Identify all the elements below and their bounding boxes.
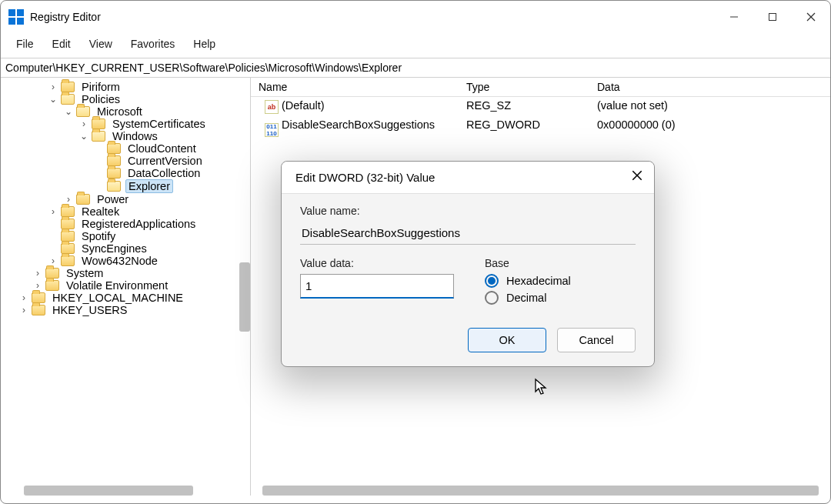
tree-item-policies[interactable]: ⌄Policies	[2, 93, 250, 105]
chevron-right-icon[interactable]: ›	[47, 206, 59, 217]
ok-button[interactable]: OK	[468, 328, 546, 352]
app-title: Registry Editor	[30, 11, 101, 23]
chevron-right-icon[interactable]: ›	[18, 305, 30, 315]
tree-item-systemcertificates[interactable]: ›SystemCertificates	[2, 118, 250, 130]
list-header: Name Type Data	[251, 78, 830, 97]
col-header-data[interactable]: Data	[597, 81, 830, 93]
radio-decimal[interactable]: Decimal	[485, 291, 571, 305]
tree-item-hku[interactable]: ›HKEY_USERS	[2, 304, 250, 316]
tree-pane: ›Piriform ⌄Policies ⌄Microsoft ›SystemCe…	[1, 78, 251, 496]
svg-rect-1	[769, 14, 776, 21]
menu-view[interactable]: View	[82, 36, 120, 52]
folder-icon	[61, 94, 75, 105]
chevron-right-icon[interactable]: ›	[32, 280, 44, 291]
folder-icon	[92, 118, 105, 129]
menu-file[interactable]: File	[8, 36, 42, 52]
list-row-default[interactable]: ab(Default) REG_SZ (value not set)	[251, 97, 830, 116]
tree-item-spotify[interactable]: ·Spotify	[2, 230, 250, 242]
tree-item-microsoft[interactable]: ⌄Microsoft	[2, 105, 250, 118]
maximize-button[interactable]	[753, 2, 792, 32]
tree-item-datacollection[interactable]: ·DataCollection	[2, 167, 250, 179]
chevron-down-icon[interactable]: ⌄	[78, 131, 90, 142]
chevron-right-icon[interactable]: ›	[47, 255, 59, 266]
app-icon	[8, 9, 24, 25]
radio-unchecked-icon	[485, 291, 499, 305]
value-data-input[interactable]	[300, 274, 454, 299]
tree-item-regapps[interactable]: ·RegisteredApplications	[2, 218, 250, 230]
tree-item-piriform[interactable]: ›Piriform	[2, 81, 250, 93]
chevron-right-icon[interactable]: ›	[62, 194, 75, 205]
folder-icon	[107, 168, 121, 179]
value-data-label: Value data:	[300, 257, 454, 269]
col-header-name[interactable]: Name	[251, 81, 466, 93]
chevron-down-icon[interactable]: ⌄	[62, 106, 75, 117]
folder-icon	[76, 106, 90, 117]
folder-icon	[61, 255, 75, 266]
folder-icon	[32, 305, 45, 315]
menu-help[interactable]: Help	[185, 36, 223, 52]
folder-icon	[61, 219, 75, 229]
tree-item-system[interactable]: ›System	[2, 267, 250, 279]
chevron-right-icon[interactable]: ›	[78, 118, 90, 129]
folder-icon	[61, 243, 75, 254]
chevron-right-icon[interactable]: ›	[32, 268, 44, 279]
chevron-right-icon[interactable]: ›	[47, 82, 59, 92]
radio-hexadecimal[interactable]: Hexadecimal	[485, 274, 571, 288]
folder-icon	[107, 143, 121, 154]
folder-icon	[61, 206, 75, 217]
tree-item-cloudcontent[interactable]: ·CloudContent	[2, 142, 250, 155]
tree-horizontal-scrollbar[interactable]	[24, 486, 193, 496]
radio-checked-icon	[485, 274, 499, 288]
list-row-disablesearchbox[interactable]: 011110DisableSearchBoxSuggestions REG_DW…	[251, 116, 830, 139]
folder-icon	[76, 194, 90, 205]
cancel-button[interactable]: Cancel	[557, 328, 636, 352]
list-horizontal-scrollbar[interactable]	[262, 486, 819, 496]
dword-value-icon: 011110	[265, 123, 279, 137]
folder-icon	[45, 268, 59, 279]
close-button[interactable]	[792, 2, 830, 32]
tree-item-realtek[interactable]: ›Realtek	[2, 205, 250, 218]
dialog-title: Edit DWORD (32-bit) Value	[295, 171, 435, 184]
folder-icon	[107, 155, 121, 166]
tree-item-windows[interactable]: ⌄Windows	[2, 130, 250, 142]
folder-icon	[61, 82, 75, 92]
tree-item-wow64[interactable]: ›Wow6432Node	[2, 255, 250, 267]
string-value-icon: ab	[265, 100, 279, 114]
folder-icon	[92, 131, 105, 142]
chevron-down-icon[interactable]: ⌄	[47, 94, 59, 105]
base-label: Base	[485, 257, 571, 269]
menu-edit[interactable]: Edit	[45, 36, 78, 52]
folder-icon	[45, 280, 59, 291]
menu-favorites[interactable]: Favorites	[123, 36, 183, 52]
folder-icon	[107, 181, 121, 192]
col-header-type[interactable]: Type	[466, 81, 597, 93]
folder-icon	[32, 292, 45, 303]
address-bar[interactable]: Computer\HKEY_CURRENT_USER\Software\Poli…	[1, 58, 830, 78]
tree-vertical-scrollbar[interactable]	[239, 262, 250, 332]
value-name-label: Value name:	[300, 205, 636, 217]
tree-item-power[interactable]: ›Power	[2, 193, 250, 205]
tree-item-syncengines[interactable]: ·SyncEngines	[2, 242, 250, 255]
tree-item-currentversion[interactable]: ·CurrentVersion	[2, 155, 250, 167]
chevron-right-icon[interactable]: ›	[18, 292, 30, 303]
tree-item-explorer[interactable]: ·Explorer	[2, 179, 250, 193]
value-name-field[interactable]: DisableSearchBoxSuggestions	[300, 222, 636, 245]
minimize-button[interactable]	[715, 2, 753, 32]
titlebar: Registry Editor	[1, 1, 830, 33]
folder-icon	[61, 231, 75, 242]
edit-dword-dialog: Edit DWORD (32-bit) Value Value name: Di…	[281, 161, 655, 367]
dialog-close-button[interactable]	[631, 169, 643, 185]
menubar: File Edit View Favorites Help	[1, 33, 830, 58]
